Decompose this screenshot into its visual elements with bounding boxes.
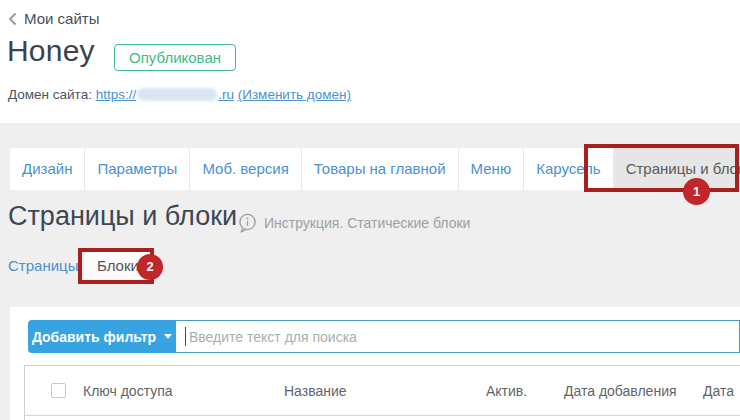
chevron-left-icon bbox=[8, 12, 17, 26]
tab-main-page-products[interactable]: Товары на главной bbox=[302, 148, 459, 190]
domain-label: Домен сайта: bbox=[8, 87, 92, 102]
column-header-date-added: Дата добавления bbox=[564, 383, 677, 399]
domain-url-prefix-link[interactable]: https:// bbox=[96, 87, 137, 102]
dropdown-caret-icon bbox=[164, 334, 172, 339]
blocks-panel: Добавить фильтр Ключ доступа Название Ак… bbox=[10, 307, 740, 420]
search-input[interactable] bbox=[176, 321, 739, 352]
add-filter-label: Добавить фильтр bbox=[32, 329, 156, 345]
page-title: Страницы и блоки bbox=[8, 201, 237, 232]
tab-menu[interactable]: Меню bbox=[459, 148, 525, 190]
column-header-active: Актив. bbox=[486, 383, 527, 399]
column-header-name: Название bbox=[284, 383, 347, 399]
tab-design[interactable]: Дизайн bbox=[10, 148, 85, 190]
site-name-title: Honey bbox=[7, 34, 95, 68]
site-settings-tabbar: Дизайн Параметры Моб. версия Товары на г… bbox=[10, 148, 740, 190]
domain-row: Домен сайта: https://.ru (Изменить домен… bbox=[8, 87, 351, 102]
tab-parameters[interactable]: Параметры bbox=[85, 148, 190, 190]
add-filter-button[interactable]: Добавить фильтр bbox=[28, 320, 176, 353]
text-cursor bbox=[185, 327, 186, 346]
change-domain-link[interactable]: (Изменить домен) bbox=[238, 87, 351, 102]
search-field-wrap bbox=[176, 320, 740, 353]
subtab-pages[interactable]: Страницы bbox=[8, 257, 78, 274]
select-all-checkbox[interactable] bbox=[51, 383, 66, 398]
tab-pages-and-blocks[interactable]: Страницы и блоки bbox=[614, 148, 740, 190]
column-header-date: Дата bbox=[703, 383, 734, 399]
back-label: Мои сайты bbox=[24, 10, 99, 27]
tab-carousel[interactable]: Карусель bbox=[524, 148, 614, 190]
column-header-access-key: Ключ доступа bbox=[83, 383, 173, 399]
instruction-label: Инструкция. Статические блоки bbox=[264, 215, 470, 231]
back-to-sites-link[interactable]: Мои сайты bbox=[8, 10, 99, 27]
domain-url-suffix-link[interactable]: .ru bbox=[218, 87, 234, 102]
annotation-badge-step2: 2 bbox=[137, 254, 163, 280]
instruction-link[interactable]: Инструкция. Статические блоки bbox=[238, 213, 470, 233]
filter-row: Добавить фильтр bbox=[28, 320, 740, 353]
content-area: Дизайн Параметры Моб. версия Товары на г… bbox=[0, 123, 740, 420]
blocks-table: Ключ доступа Название Актив. Дата добавл… bbox=[24, 365, 740, 420]
annotation-badge-step1: 1 bbox=[683, 178, 710, 205]
tab-mobile-version[interactable]: Моб. версия bbox=[190, 148, 301, 190]
table-header-row: Ключ доступа Название Актив. Дата добавл… bbox=[25, 366, 740, 416]
blurred-domain-name bbox=[137, 88, 217, 101]
published-status-badge: Опубликован bbox=[114, 44, 236, 71]
info-bubble-icon bbox=[238, 213, 257, 233]
admin-page: Мои сайты Honey Опубликован Домен сайта:… bbox=[0, 0, 740, 420]
